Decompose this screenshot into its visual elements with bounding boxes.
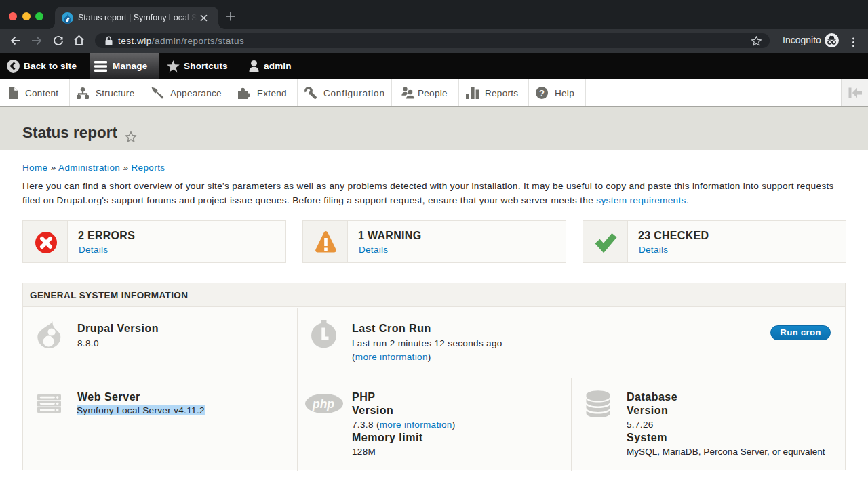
svg-text:php: php: [311, 397, 334, 411]
svg-text:?: ?: [539, 88, 545, 98]
